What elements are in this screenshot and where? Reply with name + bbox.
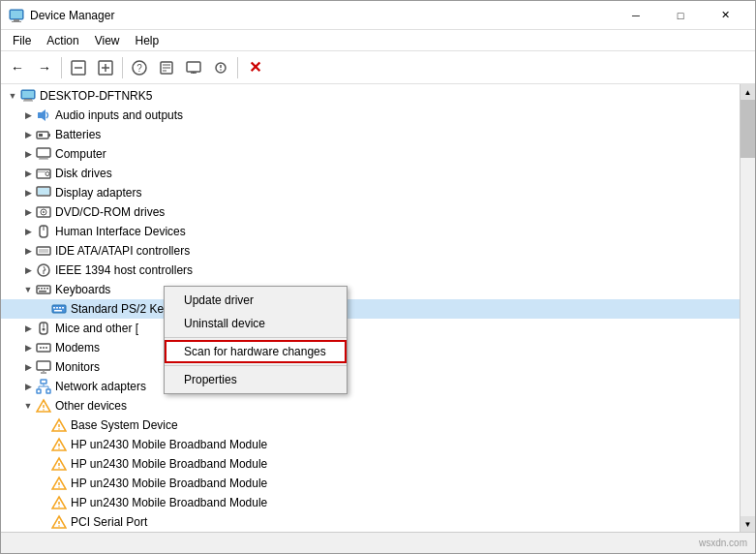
svg-point-61 (40, 347, 42, 349)
ide-icon (36, 243, 51, 259)
other-expander: ▼ (20, 398, 36, 414)
tree-item-disk[interactable]: ▶ Disk drives (1, 164, 740, 183)
ctx-uninstall-device[interactable]: Uninstall device (165, 312, 347, 335)
tree-item-display[interactable]: ▶ Display adapters (1, 183, 740, 202)
menu-view[interactable]: View (87, 32, 128, 49)
computer-icon (20, 88, 36, 104)
menu-file[interactable]: File (5, 32, 39, 49)
hp2-icon (51, 456, 67, 472)
menu-help[interactable]: Help (128, 32, 167, 49)
svg-point-20 (220, 69, 222, 71)
keyboards-label: Keyboards (55, 283, 740, 296)
tree-view[interactable]: ▼ DESKTOP-DFTNRK5 ▶ (1, 84, 740, 532)
tree-item-hp4[interactable]: HP un2430 Mobile Broadband Module (1, 493, 740, 512)
tree-item-audio[interactable]: ▶ Audio inputs and outputs (1, 106, 740, 125)
svg-rect-56 (54, 310, 62, 312)
tree-item-hid[interactable]: ▶ Human Interface Devices (1, 222, 740, 241)
svg-rect-50 (39, 291, 46, 292)
svg-rect-68 (41, 380, 46, 384)
hp4-icon (51, 495, 67, 510)
tree-item-modems[interactable]: ▶ Modems (1, 338, 740, 357)
tree-item-mice[interactable]: ▶ Mice and other [ (1, 319, 740, 338)
display-button[interactable] (181, 55, 206, 80)
tree-item-pci-serial[interactable]: PCI Serial Port (1, 512, 740, 532)
watermark: wsxdn.com (699, 538, 747, 548)
display-label: Display adapters (55, 186, 740, 200)
disk-expander: ▶ (20, 166, 36, 181)
svg-rect-25 (38, 112, 42, 118)
svg-point-92 (58, 506, 60, 508)
maximize-button[interactable]: □ (658, 1, 703, 30)
tree-item-other[interactable]: ▼ Other devices (1, 396, 740, 416)
ctx-scan-hardware[interactable]: Scan for hardware changes (165, 340, 347, 363)
svg-point-86 (58, 467, 60, 469)
base-system-label: Base System Device (71, 418, 740, 432)
svg-rect-51 (52, 305, 66, 313)
tree-item-hp1[interactable]: HP un2430 Mobile Broadband Module (1, 435, 740, 454)
svg-rect-24 (22, 91, 34, 98)
scroll-thumb[interactable] (741, 100, 756, 158)
help-button[interactable]: ? (127, 55, 152, 80)
audio-icon (36, 108, 51, 123)
forward-button[interactable]: → (32, 55, 57, 80)
display-expander: ▶ (20, 185, 36, 200)
keyboards-expander: ▼ (20, 282, 36, 297)
root-expander: ▼ (5, 88, 20, 104)
ctx-properties[interactable]: Properties (165, 368, 347, 391)
expand-button[interactable] (93, 55, 118, 80)
app-icon (9, 8, 24, 23)
monitors-expander: ▶ (20, 359, 36, 375)
tree-item-computer[interactable]: ▶ Computer (1, 144, 740, 164)
close-button[interactable]: ✕ (703, 1, 747, 30)
ieee-label: IEEE 1394 host controllers (55, 263, 740, 277)
dvd-expander: ▶ (20, 204, 36, 220)
tree-item-hp2[interactable]: HP un2430 Mobile Broadband Module (1, 454, 740, 474)
computer-label: Computer (55, 147, 740, 161)
scrollbar[interactable]: ▲ ▼ (740, 84, 755, 532)
scan-button[interactable] (208, 55, 233, 80)
scroll-down-button[interactable]: ▼ (741, 516, 756, 532)
audio-label: Audio inputs and outputs (55, 108, 740, 122)
tree-root[interactable]: ▼ DESKTOP-DFTNRK5 (1, 86, 740, 106)
svg-point-33 (45, 172, 49, 176)
svg-rect-3 (11, 11, 22, 18)
back-button[interactable]: ← (5, 55, 30, 80)
tree-item-ieee[interactable]: ▶ IEEE 1394 host controllers (1, 261, 740, 280)
tree-item-std-keyboard[interactable]: Standard PS/2 Keyboard (1, 299, 740, 319)
menu-action[interactable]: Action (39, 32, 86, 49)
scroll-up-button[interactable]: ▲ (741, 84, 756, 100)
tree-item-keyboards[interactable]: ▼ Keyboards (1, 280, 740, 299)
svg-text:?: ? (136, 63, 142, 74)
batteries-label: Batteries (55, 128, 740, 141)
svg-rect-69 (37, 389, 41, 393)
minimize-button[interactable]: ─ (614, 1, 658, 30)
ctx-update-driver[interactable]: Update driver (165, 289, 347, 312)
svg-rect-47 (41, 288, 43, 290)
tree-item-network[interactable]: ▶ Network adapters (1, 377, 740, 396)
tree-item-ide[interactable]: ▶ IDE ATA/ATAPI controllers (1, 241, 740, 261)
mice-label: Mice and other [ (55, 322, 740, 335)
tree-item-dvd[interactable]: ▶ DVD/CD-ROM drives (1, 202, 740, 222)
status-bar: wsxdn.com (1, 532, 755, 553)
batteries-icon (36, 127, 51, 142)
svg-point-59 (43, 328, 45, 331)
collapse-button[interactable] (66, 55, 91, 80)
modems-icon (36, 340, 51, 355)
base-system-icon (51, 417, 67, 433)
svg-point-77 (43, 409, 45, 411)
properties-button[interactable] (154, 55, 179, 80)
svg-point-95 (58, 525, 60, 527)
svg-rect-1 (14, 19, 19, 21)
toolbar-separator-2 (122, 57, 123, 78)
hid-label: Human Interface Devices (55, 225, 740, 238)
svg-rect-54 (59, 307, 61, 309)
tree-item-base-system[interactable]: Base System Device (1, 416, 740, 435)
remove-button[interactable]: ✕ (242, 55, 267, 80)
other-label: Other devices (55, 399, 740, 413)
tree-item-batteries[interactable]: ▶ Batteries (1, 125, 740, 144)
svg-rect-55 (62, 307, 64, 309)
tree-item-hp3[interactable]: HP un2430 Mobile Broadband Module (1, 474, 740, 493)
svg-rect-53 (56, 307, 58, 309)
tree-item-monitors[interactable]: ▶ Monitors (1, 357, 740, 377)
hid-expander: ▶ (20, 224, 36, 239)
